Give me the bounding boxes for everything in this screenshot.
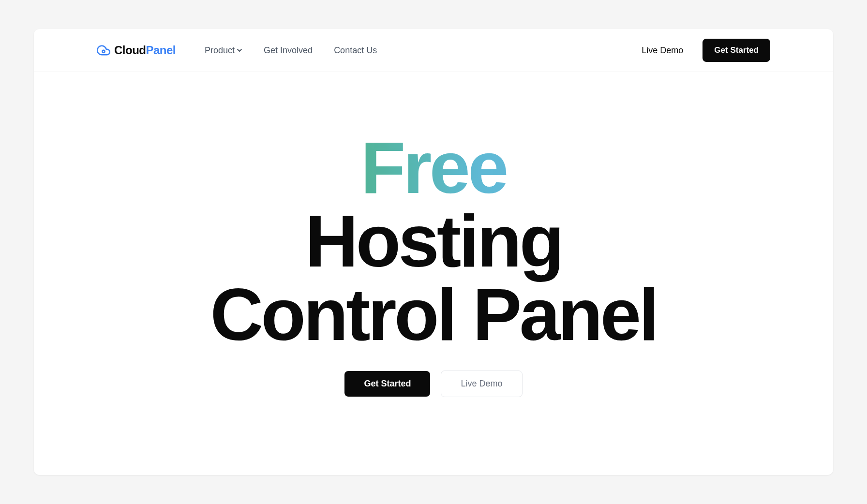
hero-title-line2: Hosting — [210, 204, 657, 278]
nav-contact-us[interactable]: Contact Us — [334, 45, 377, 56]
nav-product-label: Product — [205, 45, 235, 56]
cloud-icon — [97, 44, 110, 57]
header: CloudPanel Product Get Involved Contact … — [34, 29, 833, 72]
hero-title: Free Hosting Control Panel — [210, 131, 657, 351]
hero-get-started-button[interactable]: Get Started — [344, 371, 430, 397]
hero-title-line3: Control Panel — [210, 278, 657, 351]
get-started-button[interactable]: Get Started — [703, 39, 770, 62]
hero: Free Hosting Control Panel Get Started L… — [34, 72, 833, 475]
logo[interactable]: CloudPanel — [97, 44, 176, 57]
chevron-down-icon — [237, 47, 242, 53]
hero-live-demo-button[interactable]: Live Demo — [441, 371, 522, 397]
svg-point-0 — [102, 50, 105, 53]
live-demo-link[interactable]: Live Demo — [642, 45, 683, 56]
page-card: CloudPanel Product Get Involved Contact … — [34, 29, 833, 475]
nav-contact-us-label: Contact Us — [334, 45, 377, 56]
hero-title-gradient: Free — [210, 131, 657, 204]
nav-get-involved[interactable]: Get Involved — [264, 45, 313, 56]
nav-get-involved-label: Get Involved — [264, 45, 313, 56]
main-nav: Product Get Involved Contact Us — [205, 45, 377, 56]
header-actions: Live Demo Get Started — [642, 39, 770, 62]
hero-actions: Get Started Live Demo — [344, 371, 522, 397]
nav-product[interactable]: Product — [205, 45, 242, 56]
logo-text: CloudPanel — [114, 44, 176, 57]
